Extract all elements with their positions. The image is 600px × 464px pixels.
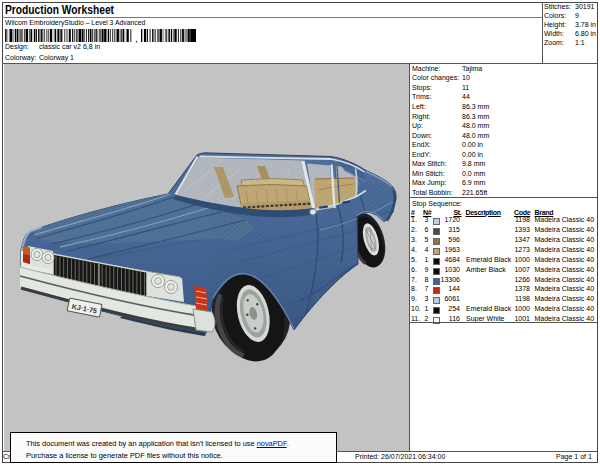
svg-text:,: , [135,33,138,43]
